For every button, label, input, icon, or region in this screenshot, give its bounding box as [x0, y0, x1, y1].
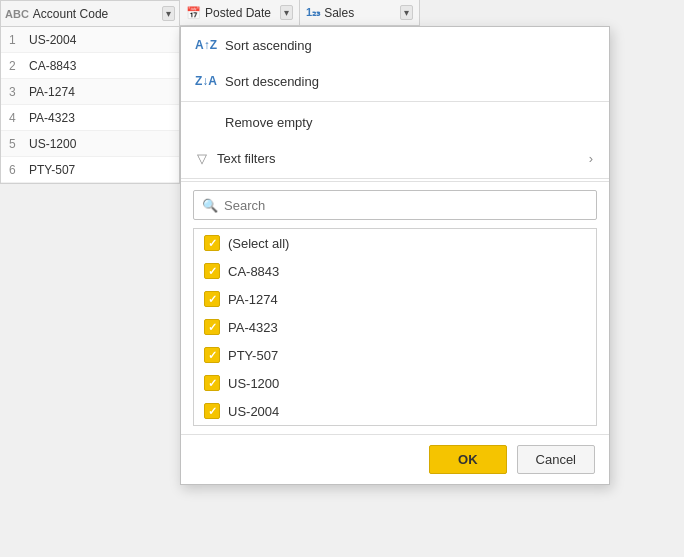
search-input[interactable]: [224, 198, 588, 213]
checkbox-pa-4323-label: PA-4323: [228, 320, 278, 335]
checkbox-us-1200-box: ✓: [204, 375, 220, 391]
funnel-icon: ▽: [197, 151, 207, 166]
table-area: ABC Account Code ▾ 1 US-2004 2 CA-8843 3…: [0, 0, 180, 184]
sort-ascending-item[interactable]: A↑Z Sort ascending: [181, 27, 609, 63]
text-filters-label: Text filters: [217, 151, 276, 166]
search-icon: 🔍: [202, 198, 218, 213]
checkmark-icon: ✓: [208, 406, 217, 417]
extra-headers: 📅 Posted Date ▾ 1₂₃ Sales ▾: [180, 0, 420, 26]
checkbox-ca-8843-box: ✓: [204, 263, 220, 279]
table-row: 6 PTY-507: [1, 157, 179, 183]
sales-dropdown[interactable]: ▾: [400, 5, 413, 20]
checkbox-pa-1274[interactable]: ✓ PA-1274: [194, 285, 596, 313]
checkbox-pty-507-box: ✓: [204, 347, 220, 363]
checkmark-icon: ✓: [208, 378, 217, 389]
checkbox-select-all-box: ✓: [204, 235, 220, 251]
checkbox-pa-1274-label: PA-1274: [228, 292, 278, 307]
panel-footer: OK Cancel: [181, 434, 609, 484]
ok-button[interactable]: OK: [429, 445, 507, 474]
numeric-icon: 1₂₃: [306, 6, 320, 19]
sort-desc-icon: Z↓A: [197, 74, 215, 88]
account-code-header: ABC Account Code ▾: [1, 1, 179, 27]
checkbox-us-1200-label: US-1200: [228, 376, 279, 391]
abc-icon: ABC: [5, 8, 29, 20]
posted-date-header: 📅 Posted Date ▾: [180, 0, 300, 26]
table-row: 4 PA-4323: [1, 105, 179, 131]
account-code-dropdown[interactable]: ▾: [162, 6, 175, 21]
sales-header: 1₂₃ Sales ▾: [300, 0, 420, 26]
chevron-right-icon: ›: [589, 151, 593, 166]
table-row: 3 PA-1274: [1, 79, 179, 105]
checkbox-pty-507[interactable]: ✓ PTY-507: [194, 341, 596, 369]
posted-date-title: Posted Date: [205, 6, 276, 20]
menu-divider-2: [181, 178, 609, 179]
remove-empty-label: Remove empty: [225, 115, 312, 130]
remove-empty-item[interactable]: Remove empty: [181, 104, 609, 140]
checkbox-us-2004-label: US-2004: [228, 404, 279, 419]
checkbox-us-2004[interactable]: ✓ US-2004: [194, 397, 596, 425]
text-filters-item[interactable]: ▽ Text filters ›: [181, 140, 609, 176]
search-box: 🔍: [193, 190, 597, 220]
sales-title: Sales: [324, 6, 396, 20]
checkbox-pa-4323-box: ✓: [204, 319, 220, 335]
checkbox-select-all[interactable]: ✓ (Select all): [194, 229, 596, 257]
sort-asc-icon: A↑Z: [197, 38, 215, 52]
checkmark-icon: ✓: [208, 322, 217, 333]
sort-descending-item[interactable]: Z↓A Sort descending: [181, 63, 609, 99]
cancel-button[interactable]: Cancel: [517, 445, 595, 474]
account-code-title: Account Code: [33, 7, 158, 21]
sort-ascending-label: Sort ascending: [225, 38, 312, 53]
checkmark-icon: ✓: [208, 266, 217, 277]
checkmark-icon: ✓: [208, 238, 217, 249]
checkbox-select-all-label: (Select all): [228, 236, 289, 251]
checkbox-pa-1274-box: ✓: [204, 291, 220, 307]
filter-dropdown-panel: A↑Z Sort ascending Z↓A Sort descending R…: [180, 26, 610, 485]
checkbox-pa-4323[interactable]: ✓ PA-4323: [194, 313, 596, 341]
checkbox-pty-507-label: PTY-507: [228, 348, 278, 363]
checkbox-list: ✓ (Select all) ✓ CA-8843 ✓ PA-1274 ✓: [193, 228, 597, 426]
calendar-icon: 📅: [186, 6, 201, 20]
checkbox-us-2004-box: ✓: [204, 403, 220, 419]
search-area: 🔍: [181, 181, 609, 228]
posted-date-dropdown[interactable]: ▾: [280, 5, 293, 20]
checkbox-us-1200[interactable]: ✓ US-1200: [194, 369, 596, 397]
checkmark-icon: ✓: [208, 350, 217, 361]
main-container: ABC Account Code ▾ 1 US-2004 2 CA-8843 3…: [0, 0, 684, 557]
checkbox-ca-8843[interactable]: ✓ CA-8843: [194, 257, 596, 285]
table-row: 2 CA-8843: [1, 53, 179, 79]
menu-divider-1: [181, 101, 609, 102]
checkmark-icon: ✓: [208, 294, 217, 305]
table-row: 1 US-2004: [1, 27, 179, 53]
table-row: 5 US-1200: [1, 131, 179, 157]
sort-descending-label: Sort descending: [225, 74, 319, 89]
checkbox-ca-8843-label: CA-8843: [228, 264, 279, 279]
